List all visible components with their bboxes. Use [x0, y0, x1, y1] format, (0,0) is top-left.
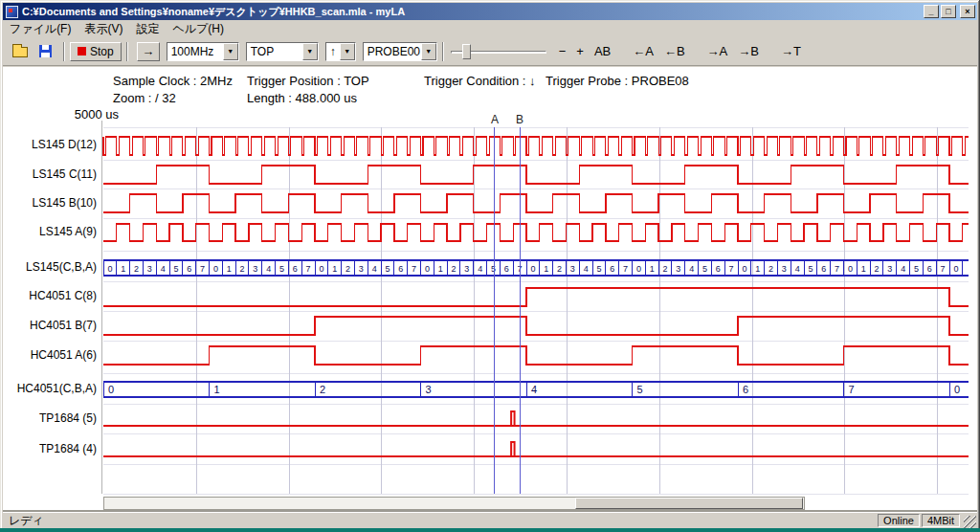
- status-online-badge: Online: [878, 514, 920, 527]
- move-cursor-a-left-button[interactable]: ←A: [628, 43, 658, 59]
- time-div-label: 5000 us: [57, 107, 119, 122]
- menu-view[interactable]: 表示(V): [78, 20, 129, 38]
- chevron-down-icon[interactable]: ▼: [421, 43, 436, 60]
- app-icon: [6, 6, 18, 18]
- stop-icon: [78, 47, 86, 55]
- toolbar-separator: [126, 42, 128, 61]
- menu-settings[interactable]: 設定: [129, 20, 166, 38]
- run-button[interactable]: →: [137, 42, 160, 61]
- status-ready-text: レディ: [9, 513, 44, 529]
- toolbar-separator: [442, 42, 444, 61]
- maximize-button[interactable]: □: [941, 5, 956, 18]
- sample-clock-text: Sample Clock : 2MHz: [113, 74, 233, 88]
- toolbar-separator: [63, 42, 65, 61]
- length-text: Length : 488.000 us: [247, 91, 357, 105]
- desktop-background-strip: [0, 528, 980, 532]
- chevron-down-icon[interactable]: ▼: [302, 43, 318, 60]
- status-memory-badge: 4MBit: [922, 514, 960, 527]
- probe-select-dropdown[interactable]: PROBE00 ▼: [363, 42, 437, 61]
- probe-select-value: PROBE00: [364, 43, 421, 60]
- stop-label: Stop: [90, 45, 114, 58]
- trigger-edge-dropdown[interactable]: ↑ ▼: [325, 42, 356, 61]
- trigger-probe-text: Trigger Probe : PROBE08: [546, 74, 689, 88]
- resize-grip[interactable]: [964, 516, 976, 528]
- trigger-edge-value: ↑: [326, 43, 340, 60]
- menu-help[interactable]: ヘルプ(H): [166, 20, 231, 38]
- close-button[interactable]: ×: [960, 5, 975, 18]
- move-cursor-a-right-button[interactable]: →A: [702, 43, 733, 59]
- menu-file[interactable]: ファイル(F): [3, 20, 78, 38]
- toolbar: Stop → 100MHz ▼ TOP ▼ ↑ ▼ PROBE00 ▼ − + …: [3, 37, 977, 66]
- cursor-ab-button[interactable]: AB: [590, 43, 615, 59]
- save-button[interactable]: [33, 41, 56, 62]
- zoom-out-button[interactable]: −: [554, 43, 571, 59]
- zoom-slider[interactable]: [451, 42, 546, 61]
- move-cursor-b-right-button[interactable]: →B: [733, 43, 764, 59]
- trigger-condition-text: Trigger Condition : ↓: [424, 74, 536, 88]
- sample-rate-value: 100MHz: [167, 43, 223, 60]
- open-folder-icon: [12, 47, 28, 57]
- menu-bar: ファイル(F) 表示(V) 設定 ヘルプ(H): [3, 20, 977, 37]
- trigger-position-text: Trigger Position : TOP: [247, 74, 369, 88]
- sample-rate-dropdown[interactable]: 100MHz ▼: [167, 42, 239, 61]
- app-window: C:¥Documents and Settings¥noname¥デスクトップ¥…: [0, 0, 980, 532]
- scrollbar-thumb[interactable]: [575, 498, 803, 509]
- horizontal-scrollbar[interactable]: [103, 497, 805, 510]
- title-bar[interactable]: C:¥Documents and Settings¥noname¥デスクトップ¥…: [3, 3, 977, 20]
- goto-trigger-button[interactable]: →T: [776, 43, 806, 59]
- waveform-area[interactable]: [101, 121, 970, 496]
- stop-button[interactable]: Stop: [70, 42, 122, 61]
- zoom-in-button[interactable]: +: [571, 43, 589, 59]
- open-button[interactable]: [9, 41, 32, 62]
- trigger-position-value: TOP: [247, 43, 302, 60]
- chevron-down-icon[interactable]: ▼: [340, 43, 355, 60]
- window-title: C:¥Documents and Settings¥noname¥デスクトップ¥…: [22, 5, 924, 19]
- chevron-down-icon[interactable]: ▼: [223, 43, 238, 60]
- zoom-text: Zoom : / 32: [113, 91, 176, 105]
- status-bar: レディ Online 4MBit: [3, 512, 977, 528]
- move-cursor-b-left-button[interactable]: ←B: [659, 43, 690, 59]
- window-controls: _ □ ×: [924, 5, 975, 18]
- slider-thumb[interactable]: [462, 44, 471, 59]
- save-icon: [39, 45, 52, 57]
- trigger-position-dropdown[interactable]: TOP ▼: [246, 42, 319, 61]
- minimize-button[interactable]: _: [924, 5, 939, 18]
